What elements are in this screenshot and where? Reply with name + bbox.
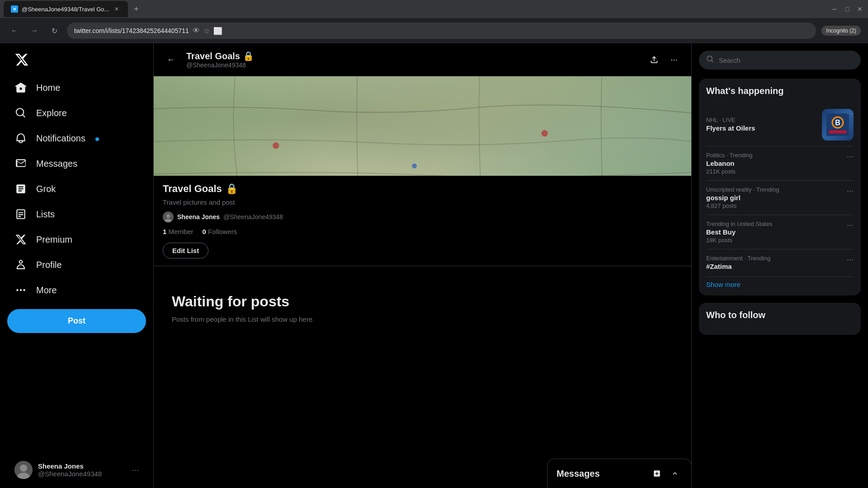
refresh-btn[interactable]: ↻ (47, 23, 61, 38)
post-button[interactable]: Post (7, 309, 146, 333)
explore-icon (14, 107, 27, 119)
svg-point-12 (166, 214, 170, 218)
trend-zatima-more-btn[interactable]: ··· (847, 255, 854, 264)
tab-title: @SheenaJone49348/Travel Go... (22, 6, 109, 13)
profile-label: Profile (36, 260, 62, 270)
back-nav-btn[interactable]: ← (7, 23, 22, 38)
trend-zatima[interactable]: Entertainment · Trending #Zatima ··· (706, 249, 854, 277)
cast-icon: ⬜ (213, 27, 222, 35)
window-controls: ─ □ ✕ (830, 5, 864, 14)
grok-label: Grok (36, 184, 56, 194)
list-info: Travel Goals 🔒 Travel pictures and post … (154, 176, 691, 266)
browser-chrome: ✕ @SheenaJone49348/Travel Go... ✕ + ─ □ … (0, 0, 868, 43)
forward-nav-btn[interactable]: → (27, 23, 42, 38)
trend-gossip-posts: 4,827 posts (706, 202, 854, 209)
profile-icon (14, 258, 27, 271)
close-btn[interactable]: ✕ (855, 5, 864, 14)
sidebar-nav: Home Explore Notifications Messages (7, 76, 146, 302)
more-icon (14, 284, 27, 296)
new-tab-btn[interactable]: + (130, 3, 142, 15)
browser-toolbar: ← → ↻ twitter.com/i/lists/17423842526444… (0, 18, 868, 43)
trend-bestbuy-name: Best Buy (706, 228, 854, 236)
show-more-link[interactable]: Show more (706, 281, 854, 288)
owner-avatar (163, 211, 174, 222)
sidebar-item-notifications[interactable]: Notifications (7, 127, 146, 150)
search-input[interactable] (719, 56, 854, 64)
trend-bestbuy-posts: 18K posts (706, 237, 854, 244)
more-options-button[interactable]: ··· (666, 52, 682, 68)
list-title: Travel Goals 🔒 (163, 183, 682, 195)
main-content: ← Travel Goals 🔒 @SheenaJone49348 ··· (154, 43, 692, 488)
maximize-btn[interactable]: □ (843, 5, 852, 14)
sidebar-item-home[interactable]: Home (7, 76, 146, 99)
trend-flyers-oilers[interactable]: NHL · LIVE Flyers at Oilers B (706, 103, 854, 146)
search-box[interactable] (699, 51, 861, 70)
whats-happening-title: What's happening (706, 86, 854, 96)
owner-name: Sheena Jones (177, 213, 220, 221)
explore-label: Explore (36, 108, 67, 118)
x-logo-icon (14, 52, 29, 67)
sidebar-item-premium[interactable]: Premium (7, 228, 146, 251)
search-icon (706, 55, 714, 65)
back-button[interactable]: ← (163, 52, 179, 68)
trend-gossip-more-btn[interactable]: ··· (847, 186, 854, 196)
list-owner[interactable]: Sheena Jones @SheenaJone49348 (163, 211, 682, 222)
share-button[interactable] (646, 52, 662, 68)
list-title-lock: 🔒 (226, 183, 238, 195)
trend-flyers-more-btn[interactable]: ··· (847, 109, 854, 118)
sidebar-item-explore[interactable]: Explore (7, 101, 146, 125)
trend-zatima-name: #Zatima (706, 263, 854, 270)
messages-collapse-btn[interactable] (668, 466, 682, 481)
hockey-svg: B (826, 113, 849, 136)
sidebar-item-messages[interactable]: Messages (7, 152, 146, 175)
sidebar-logo[interactable] (7, 47, 146, 74)
sidebar-item-lists[interactable]: Lists (7, 202, 146, 226)
user-profile-section[interactable]: Sheena Jones @SheenaJone49348 ··· (7, 455, 146, 484)
list-lock-icon: 🔒 (243, 51, 254, 61)
svg-point-5 (412, 164, 417, 169)
user-info: Sheena Jones @SheenaJone49348 (38, 462, 127, 478)
browser-tabs: ✕ @SheenaJone49348/Travel Go... ✕ + (4, 1, 823, 17)
edit-list-button[interactable]: Edit List (163, 243, 208, 258)
notifications-label: Notifications (36, 133, 85, 144)
address-bar[interactable]: twitter.com/i/lists/1742384252644405711 … (67, 23, 816, 39)
trend-lebanon-posts: 211K posts (706, 168, 854, 175)
notifications-icon (14, 132, 27, 145)
member-stat[interactable]: 1 Member (163, 228, 193, 235)
active-tab[interactable]: ✕ @SheenaJone49348/Travel Go... ✕ (4, 1, 128, 17)
trend-zatima-category: Entertainment · Trending (706, 255, 854, 262)
messages-bar-title: Messages (557, 469, 646, 479)
trend-bestbuy-more-btn[interactable]: ··· (847, 221, 854, 230)
minimize-btn[interactable]: ─ (830, 5, 839, 14)
follower-count: 0 (203, 228, 206, 235)
trend-gossip-girl[interactable]: Unscripted reality · Trending gossip gir… (706, 181, 854, 215)
url-text: twitter.com/i/lists/1742384252644405711 (74, 27, 189, 34)
trend-lebanon[interactable]: Politics · Trending Lebanon 211K posts ·… (706, 146, 854, 181)
trend-lebanon-more-btn[interactable]: ··· (847, 152, 854, 161)
user-handle: @SheenaJone49348 (38, 470, 127, 478)
premium-label: Premium (36, 235, 72, 245)
trend-flyers-category: NHL · LIVE (706, 117, 755, 123)
list-title-text: Travel Goals (186, 51, 240, 61)
cover-image (154, 76, 691, 176)
empty-state-description: Posts from people in this List will show… (172, 315, 673, 323)
user-more-dots[interactable]: ··· (132, 465, 139, 475)
empty-state: Waiting for posts Posts from people in t… (154, 266, 691, 350)
header-title-block: Travel Goals 🔒 @SheenaJone49348 (186, 51, 254, 69)
trend-with-image-container: NHL · LIVE Flyers at Oilers B (706, 109, 854, 141)
follower-stat[interactable]: 0 Followers (203, 228, 237, 235)
sidebar-item-more[interactable]: More (7, 278, 146, 302)
trend-lebanon-name: Lebanon (706, 160, 854, 167)
messages-compose-btn[interactable] (650, 466, 664, 481)
sidebar-item-profile[interactable]: Profile (7, 253, 146, 277)
lists-label: Lists (36, 209, 55, 220)
tab-close-btn[interactable]: ✕ (113, 5, 121, 13)
messages-bar: Messages (547, 459, 692, 488)
member-label-text: Member (169, 228, 193, 235)
sidebar-item-grok[interactable]: Grok (7, 177, 146, 201)
svg-rect-17 (829, 131, 847, 133)
list-description: Travel pictures and post (163, 198, 682, 206)
trend-best-buy[interactable]: Trending in United States Best Buy 18K p… (706, 215, 854, 249)
svg-text:B: B (835, 119, 840, 127)
list-page-header: ← Travel Goals 🔒 @SheenaJone49348 ··· (154, 43, 691, 76)
